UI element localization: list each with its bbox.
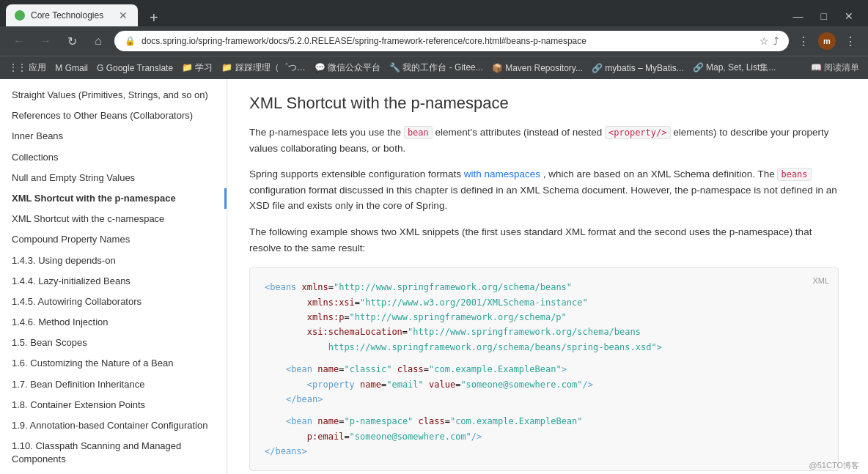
p1-code-bean: bean bbox=[404, 126, 433, 139]
bookmark-folder2[interactable]: 📁 踩踩理理（゜つ… bbox=[221, 62, 305, 74]
sidebar-item-jsr330[interactable]: 1.11. Using JSR 330 Standard Annotations bbox=[0, 470, 227, 474]
sidebar-item-annotation[interactable]: 1.9. Annotation-based Container Configur… bbox=[0, 415, 227, 436]
paragraph-2: Spring supports extensible configuration… bbox=[249, 166, 839, 214]
bookmark-gitee[interactable]: 🔧 我的工作台 - Gitee... bbox=[389, 62, 483, 74]
sidebar-item-method-injection[interactable]: 1.4.6. Method Injection bbox=[0, 312, 227, 333]
code-line-11: </beans> bbox=[265, 444, 823, 459]
bookmark-maven[interactable]: 📦 Maven Repository... bbox=[492, 63, 583, 73]
code-blank-2 bbox=[265, 407, 823, 414]
p1-text-mid: element's attributes (instead of nested bbox=[435, 127, 605, 138]
code-line-3: xmlns:p="http://www.springframework.org/… bbox=[265, 310, 823, 325]
new-tab-button[interactable]: + bbox=[144, 10, 164, 26]
reading-list-button[interactable]: 📖 阅读清单 bbox=[811, 62, 859, 74]
sidebar-item-depends-on[interactable]: 1.4.3. Using depends-on bbox=[0, 251, 227, 271]
sidebar-item-collections[interactable]: Collections bbox=[0, 147, 227, 168]
p2-text-pre: Spring supports extensible configuration… bbox=[249, 169, 464, 179]
sidebar-item-c-namespace[interactable]: XML Shortcut with the c-namespace bbox=[0, 209, 227, 229]
browser-chrome: Core Technologies ✕ + — □ ✕ ← → ↻ ⌂ 🔒 do… bbox=[0, 0, 868, 79]
sidebar-item-p-namespace[interactable]: XML Shortcut with the p-namespace bbox=[0, 188, 227, 209]
xml-label: XML bbox=[812, 274, 829, 288]
code-line-1: <beans xmlns="http://www.springframework… bbox=[265, 280, 823, 295]
url-text: docs.spring.io/spring-framework/docs/5.2… bbox=[141, 36, 754, 46]
p2-text-mid: , which are based on an XML Schema defin… bbox=[543, 169, 778, 179]
attribution-text: @51CTO博客 bbox=[809, 460, 859, 471]
p2-text-post: configuration format discussed in this c… bbox=[249, 185, 837, 212]
code-line-6: <bean name="classic" class="com.example.… bbox=[265, 362, 823, 377]
menu-icon[interactable]: ⋮ bbox=[842, 34, 859, 48]
sidebar-item-references[interactable]: References to Other Beans (Collaborators… bbox=[0, 105, 227, 126]
address-bar-row: ← → ↻ ⌂ 🔒 docs.spring.io/spring-framewor… bbox=[0, 26, 868, 56]
code-line-10: p:email="someone@somewhere.com"/> bbox=[265, 429, 823, 444]
extensions-icon[interactable]: ⋮ bbox=[795, 34, 812, 48]
profile-badge[interactable]: m bbox=[818, 32, 836, 50]
sidebar-item-inner-beans[interactable]: Inner Beans bbox=[0, 126, 227, 147]
security-lock-icon: 🔒 bbox=[125, 36, 136, 46]
minimize-button[interactable]: — bbox=[787, 9, 809, 23]
forward-button[interactable]: → bbox=[35, 34, 56, 48]
home-button[interactable]: ⌂ bbox=[88, 34, 108, 48]
page-title: XML Shortcut with the p-namespace bbox=[249, 94, 839, 113]
window-controls: — □ ✕ bbox=[787, 9, 868, 26]
code-line-5: https://www.springframework.org/schema/b… bbox=[265, 340, 823, 355]
p2-code-beans: beans bbox=[777, 168, 811, 181]
bookmarks-bar: ⋮⋮ 应用 M Gmail G Google Translate 📁 学习 📁 … bbox=[0, 56, 868, 79]
bookmark-apps[interactable]: ⋮⋮ 应用 bbox=[9, 62, 46, 74]
tab-close-button[interactable]: ✕ bbox=[117, 10, 129, 21]
tab-bar: Core Technologies ✕ + — □ ✕ bbox=[0, 0, 868, 26]
p2-link[interactable]: with namespaces bbox=[464, 169, 540, 179]
bookmark-wechat[interactable]: 💬 微信公众平台 bbox=[315, 62, 380, 74]
code-line-4: xsi:schemaLocation="http://www.springfra… bbox=[265, 325, 823, 339]
code-block: XML <beans xmlns="http://www.springframe… bbox=[249, 267, 839, 471]
maximize-button[interactable]: □ bbox=[815, 9, 833, 23]
sidebar-item-customizing[interactable]: 1.6. Customizing the Nature of a Bean bbox=[0, 353, 227, 374]
code-line-7: <property name="email" value="someone@so… bbox=[265, 377, 823, 392]
sidebar-item-compound[interactable]: Compound Property Names bbox=[0, 229, 227, 250]
reload-button[interactable]: ↻ bbox=[62, 34, 82, 48]
active-tab[interactable]: Core Technologies ✕ bbox=[6, 4, 138, 26]
toolbar-icons: ⋮ m ⋮ bbox=[795, 32, 859, 50]
sidebar: Straight Values (Primitives, Strings, an… bbox=[0, 79, 227, 474]
back-button[interactable]: ← bbox=[9, 34, 29, 48]
bookmark-mybatis[interactable]: 🔗 mybatis – MyBatis... bbox=[592, 63, 684, 73]
p1-text-pre: The p-namespace lets you use the bbox=[249, 127, 404, 138]
code-line-8: </bean> bbox=[265, 392, 823, 407]
sidebar-item-extension[interactable]: 1.8. Container Extension Points bbox=[0, 395, 227, 415]
main-area: Straight Values (Primitives, Strings, an… bbox=[0, 79, 868, 474]
bookmark-star-icon[interactable]: ☆ bbox=[760, 35, 769, 47]
address-right-icons: ☆ ⤴ bbox=[760, 35, 779, 47]
paragraph-3: The following example shows two XML snip… bbox=[249, 224, 839, 256]
sidebar-item-inheritance[interactable]: 1.7. Bean Definition Inheritance bbox=[0, 374, 227, 395]
code-line-9: <bean name="p-namespace" class="com.exam… bbox=[265, 414, 823, 429]
content-area: XML Shortcut with the p-namespace The p-… bbox=[227, 79, 868, 474]
address-bar[interactable]: 🔒 docs.spring.io/spring-framework/docs/5… bbox=[114, 31, 789, 51]
close-button[interactable]: ✕ bbox=[839, 9, 859, 23]
tab-favicon bbox=[15, 10, 25, 21]
share-icon[interactable]: ⤴ bbox=[773, 35, 779, 47]
bookmark-collections[interactable]: 🔗 Map, Set, List集... bbox=[693, 62, 776, 74]
paragraph-1: The p-namespace lets you use the bean el… bbox=[249, 125, 839, 156]
tab-title: Core Technologies bbox=[31, 10, 111, 21]
sidebar-item-classpath[interactable]: 1.10. Classpath Scanning and Managed Com… bbox=[0, 436, 227, 470]
code-blank-1 bbox=[265, 355, 823, 362]
sidebar-item-straight-values[interactable]: Straight Values (Primitives, Strings, an… bbox=[0, 85, 227, 105]
bookmark-study[interactable]: 📁 学习 bbox=[182, 62, 213, 74]
sidebar-item-bean-scopes[interactable]: 1.5. Bean Scopes bbox=[0, 333, 227, 353]
sidebar-item-null-empty[interactable]: Null and Empty String Values bbox=[0, 168, 227, 188]
sidebar-item-lazy[interactable]: 1.4.4. Lazy-initialized Beans bbox=[0, 271, 227, 292]
p1-code-property: <property/> bbox=[605, 126, 670, 139]
bookmark-translate[interactable]: G Google Translate bbox=[97, 63, 173, 73]
sidebar-item-autowiring[interactable]: 1.4.5. Autowiring Collaborators bbox=[0, 292, 227, 312]
code-line-2: xmlns:xsi="http://www.w3.org/2001/XMLSch… bbox=[265, 295, 823, 310]
bookmark-gmail[interactable]: M Gmail bbox=[55, 63, 88, 73]
